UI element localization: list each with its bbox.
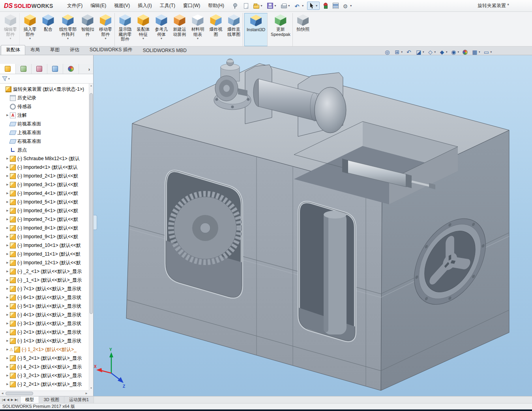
expand-arrow-icon[interactable]: ▶ (6, 192, 9, 195)
scroll-right-icon[interactable]: ▶ (84, 391, 89, 396)
dropdown-caret-icon[interactable]: ▾ (446, 50, 448, 54)
dropdown-caret-icon[interactable]: ▼ (350, 4, 352, 7)
expand-arrow-icon[interactable]: ▶ (6, 383, 9, 386)
expand-arrow-icon[interactable]: ▶ (6, 331, 9, 334)
tree-item[interactable]: ▶ ⚠ (-) Schraube M8x12<1> (默认 (0, 154, 89, 163)
command-manager-tab[interactable]: SOLIDWORKS MBD (138, 46, 192, 55)
expand-arrow-icon[interactable]: ▶ (6, 270, 9, 273)
quick-access-button[interactable]: ▼ (341, 2, 354, 10)
document-tab[interactable]: 运动算例1 (64, 396, 94, 403)
tree-item[interactable]: ▶ ⚠ 前视基准面 (0, 120, 89, 128)
command-button[interactable]: 显示隐 藏的零 部件 ▼ (116, 13, 134, 46)
filter-funnel-icon[interactable] (2, 76, 7, 81)
headsup-button[interactable]: ⊞ ▾ (393, 49, 403, 56)
model-canvas[interactable]: Y X Z (94, 55, 532, 396)
tree-item[interactable]: ▶ ⚠ (-) 1_2<1> (默认<<默认>_ (0, 345, 89, 354)
command-button[interactable]: 材料明 细表 ▼ (189, 13, 207, 46)
dropdown-caret-icon[interactable]: ▼ (29, 37, 32, 40)
quick-access-button[interactable]: ▼ (266, 2, 278, 10)
scroll-down-icon[interactable]: ▼ (89, 386, 93, 390)
command-manager-tab[interactable]: 评估 (65, 45, 84, 55)
tree-item[interactable]: ▶ ⚠ (-) 5<1> (默认<<默认>_显示状 (0, 302, 89, 310)
quick-access-button[interactable]: ▼ (307, 2, 320, 10)
headsup-button[interactable]: ▾ (462, 49, 468, 56)
expand-arrow-icon[interactable]: ▶ (6, 261, 9, 264)
quick-access-button[interactable]: ▼ (321, 2, 330, 10)
first-tab-icon[interactable]: |◀ (2, 398, 5, 402)
expand-arrow-icon[interactable]: ▶ (6, 209, 9, 212)
command-button[interactable]: 编辑零 部件 ▼ (2, 13, 20, 46)
clamp-column[interactable] (324, 211, 347, 334)
tree-item[interactable]: ▶ ⚠ (-) Imported_10<1> (默认<<默 (0, 241, 89, 250)
panel-collapse-handle[interactable] (94, 215, 97, 230)
property-manager-tab[interactable] (16, 64, 32, 74)
tree-item[interactable]: ▶ ⚠ (-) 3_2<1> (默认<<默认>_显示 (0, 371, 89, 380)
dropdown-caret-icon[interactable]: ▼ (260, 4, 263, 7)
tree-item[interactable]: ▶ ⚠ 右视基准面 (0, 137, 89, 146)
gear[interactable] (171, 194, 239, 262)
tree-item[interactable]: ▶ ⚠ (-) 4_2<1> (默认<<默认>_显示 (0, 362, 89, 371)
menu-item[interactable]: 工具(T) (156, 0, 179, 11)
tree-item[interactable]: ▶ ⚠ (-) Imported_4<1> (默认<<默 (0, 189, 89, 198)
dimxpert-manager-tab[interactable] (47, 64, 63, 74)
previous-tab-icon[interactable]: ◀ (7, 398, 9, 402)
menu-item[interactable]: 编辑(E) (86, 0, 110, 11)
command-manager-tab[interactable]: SOLIDWORKS 插件 (84, 45, 138, 55)
expand-arrow-icon[interactable]: ▶ (6, 357, 9, 360)
dropdown-caret-icon[interactable]: ▼ (315, 4, 318, 7)
expand-arrow-icon[interactable]: ▶ (6, 296, 9, 299)
tree-item[interactable]: ▶ ⚠ (-) Imported<1> (默认<<默认 (0, 163, 89, 172)
expand-arrow-icon[interactable]: ▶ (6, 157, 9, 160)
dropdown-caret-icon[interactable]: ▾ (423, 50, 424, 54)
headsup-button[interactable]: ◎ ▾ (384, 49, 391, 56)
tree-item[interactable]: ▶ ⚠ 上视基准面 (0, 128, 89, 137)
tree-item[interactable]: ▶ ⚠ 历史记录 (0, 93, 89, 102)
document-tab[interactable]: 3D 视图 (39, 396, 64, 403)
dropdown-caret-icon[interactable]: ▼ (288, 4, 290, 7)
tree-item[interactable]: ▶ ⚠ (-) 7<1> (默认<<默认>_显示状 (0, 284, 89, 293)
expand-arrow-icon[interactable]: ▶ (6, 348, 9, 351)
dropdown-caret-icon[interactable]: ▾ (401, 50, 403, 54)
dropdown-caret-icon[interactable]: ▼ (142, 37, 145, 40)
scroll-left-icon[interactable]: ◀ (0, 391, 5, 396)
quick-access-button[interactable]: ▼ (252, 2, 264, 10)
tree-item[interactable]: ▶ ⚠ (-) 6<1> (默认<<默认>_显示状 (0, 293, 89, 302)
dropdown-caret-icon[interactable]: ▼ (160, 37, 163, 40)
menu-item[interactable]: 帮助(H) (204, 0, 228, 11)
dropdown-caret-icon[interactable]: ▼ (9, 37, 12, 40)
expand-arrow-icon[interactable]: ▶ (6, 374, 9, 377)
menu-item[interactable]: 窗口(W) (179, 0, 204, 11)
expand-arrow-icon[interactable]: ▶ (6, 339, 9, 342)
tree-item[interactable]: ▶ ⚠ (-) Imported_5<1> (默认<<默 (0, 198, 89, 206)
quick-access-button[interactable]: ▼ (242, 2, 251, 10)
command-button[interactable]: 爆炸直 线草图 ▼ (225, 13, 243, 46)
dropdown-caret-icon[interactable]: ▾ (457, 50, 459, 54)
pin-toolbar-icon[interactable] (232, 3, 238, 9)
headsup-button[interactable]: ▭ ▾ (483, 49, 492, 56)
command-button[interactable]: 装配体 特征 ▼ (134, 13, 152, 46)
expand-arrow-icon[interactable]: ▶ (6, 305, 9, 308)
command-button[interactable]: 配合 ▼ (39, 13, 57, 46)
expand-arrow-icon[interactable]: ▶ (6, 287, 9, 290)
dropdown-caret-icon[interactable]: ▼ (197, 37, 199, 40)
tree-item[interactable]: ▶ ⚠ (-) _1_<1> (默认<<默认>_显示 (0, 276, 89, 284)
tree-item[interactable]: ▶ ⚠ (-) 5_2<1> (默认<<默认>_显示 (0, 354, 89, 362)
command-button[interactable]: 新建运 动算例 ▼ (170, 13, 189, 46)
command-button[interactable]: 移动零 部件 ▼ (97, 13, 115, 46)
horizontal-scroll-thumb[interactable] (6, 392, 33, 395)
headsup-button[interactable]: ↶ ▾ (405, 49, 412, 56)
dropdown-caret-icon[interactable]: ▾ (479, 50, 480, 54)
display-manager-tab[interactable] (63, 64, 79, 74)
tree-item[interactable]: ▶ ⚠ (-) 3<1> (默认<<默认>_显示状 (0, 319, 89, 328)
tree-item[interactable]: ▶ ⚠ (-) Imported_12<1> (默认<<默 (0, 258, 89, 267)
headsup-button[interactable]: ◪ ▾ (415, 49, 424, 56)
scroll-up-icon[interactable]: ▲ (89, 84, 93, 88)
command-button[interactable]: 拍快照 ▼ (294, 13, 312, 46)
tree-item[interactable]: ▶ ⚠ (-) Imported_6<1> (默认<<默 (0, 206, 89, 215)
dropdown-caret-icon[interactable]: ▼ (104, 37, 107, 40)
panel-tabs-overflow-button[interactable]: › (85, 64, 93, 74)
headsup-button[interactable]: ▦ ▾ (471, 49, 480, 56)
clamp-window[interactable] (299, 202, 355, 344)
expand-arrow-icon[interactable]: ▶ (6, 174, 9, 177)
last-tab-icon[interactable]: ▶| (15, 398, 18, 402)
